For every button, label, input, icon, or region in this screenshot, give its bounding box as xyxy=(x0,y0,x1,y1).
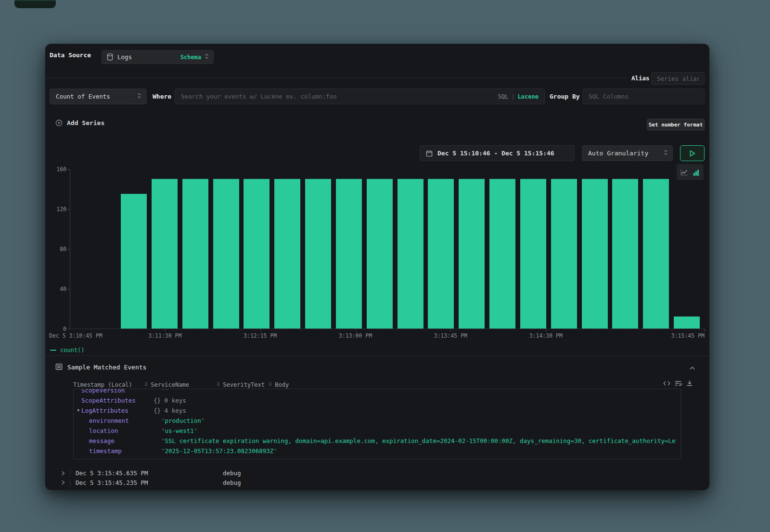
download-icon[interactable] xyxy=(686,380,693,386)
column-header-severitytext[interactable]: ⠿SeverityText xyxy=(217,381,265,388)
section-title: Sample Matched Events xyxy=(67,364,146,371)
json-key: environment xyxy=(89,416,129,426)
json-value: "SSL certificate expiration warning, dom… xyxy=(161,436,676,446)
row-separator xyxy=(70,479,70,486)
x-axis-label: 3:14:30 PM xyxy=(529,332,563,339)
set-number-format-button[interactable]: Set number format xyxy=(647,119,705,130)
toolbar-divider xyxy=(45,77,627,78)
y-tick xyxy=(67,249,70,250)
x-tick xyxy=(546,329,546,331)
y-tick xyxy=(67,169,70,170)
chevron-updown-icon xyxy=(205,53,209,61)
event-severity: debug xyxy=(223,469,241,477)
x-axis-label: 3:13:00 PM xyxy=(339,332,372,339)
expanded-event-panel: ScopeVersion""ScopeAttributes{} 0 keys▼L… xyxy=(73,389,681,459)
x-tick xyxy=(260,329,261,331)
json-tree-row: ▼LogAttributes{} 4 keys xyxy=(74,405,680,416)
wrap-text-icon[interactable] xyxy=(675,380,682,386)
add-series-button[interactable]: Add Series xyxy=(55,119,104,127)
chart-type-toggle xyxy=(677,164,704,180)
expand-row-icon[interactable] xyxy=(61,480,65,485)
x-axis-label: 3:12:15 PM xyxy=(244,332,277,339)
x-axis-label: 3:15:45 PM xyxy=(671,332,705,339)
granularity-select[interactable]: Auto Granularity xyxy=(582,145,673,161)
x-tick xyxy=(356,329,356,331)
date-range-value: Dec 5 15:10:46 - Dec 5 15:15:46 xyxy=(437,150,554,157)
group-by-label: Group By xyxy=(550,93,580,100)
json-value: "production" xyxy=(161,416,205,426)
x-axis-label: 3:13:45 PM xyxy=(434,332,467,339)
column-header-timestamp-local-[interactable]: Timestamp (Local) xyxy=(73,381,132,388)
y-axis-label: 120 xyxy=(47,206,66,213)
y-axis-label: 80 xyxy=(47,246,66,253)
y-tick xyxy=(67,329,70,329)
drag-grip-icon[interactable]: ⠿ xyxy=(217,382,220,387)
query-language-toggle[interactable]: SQL|Lucene xyxy=(498,93,544,100)
add-series-label: Add Series xyxy=(67,119,104,127)
y-axis-line xyxy=(70,169,70,329)
event-timestamp: Dec 5 3:15:45.635 PM xyxy=(76,469,218,477)
series-alias-input[interactable] xyxy=(651,72,705,85)
chart-bar xyxy=(182,179,208,329)
list-icon xyxy=(55,363,63,372)
group-by-input[interactable] xyxy=(583,89,705,104)
drag-grip-icon[interactable]: ⠿ xyxy=(144,382,148,387)
metric-select[interactable]: Count of Events xyxy=(50,89,147,104)
chart-bar xyxy=(398,179,424,329)
x-tick xyxy=(165,329,166,331)
event-json-tree: ScopeVersion""ScopeAttributes{} 0 keys▼L… xyxy=(74,389,680,456)
database-icon xyxy=(107,53,113,61)
y-axis-label: 160 xyxy=(47,166,66,173)
metric-select-value: Count of Events xyxy=(56,93,110,100)
chart-bar xyxy=(612,179,638,329)
event-row[interactable]: Dec 5 3:15:45.635 PMdebug xyxy=(45,469,709,478)
schema-link[interactable]: Schema xyxy=(180,54,201,61)
event-timestamp: Dec 5 3:15:45.235 PM xyxy=(76,479,218,486)
json-key: LogAttributes xyxy=(81,405,128,416)
run-query-button[interactable] xyxy=(680,145,705,161)
json-key: ScopeVersion xyxy=(81,389,125,395)
json-tree-row: environment"production" xyxy=(74,416,680,426)
search-input[interactable] xyxy=(175,93,498,100)
background-window-fragment xyxy=(14,0,56,8)
column-header-servicename[interactable]: ⠿ServiceName xyxy=(144,381,189,388)
date-range-picker[interactable]: Dec 5 15:10:46 - Dec 5 15:15:46 xyxy=(420,145,575,161)
y-axis-label: 0 xyxy=(47,326,66,332)
chart-bar xyxy=(213,179,239,329)
app-window: Data Source Logs Schema Alias Count of E… xyxy=(45,44,709,490)
bar-chart-icon[interactable] xyxy=(693,169,700,176)
sql-toggle[interactable]: SQL xyxy=(498,93,509,100)
row-separator xyxy=(70,470,70,477)
chart-plot xyxy=(70,169,705,329)
y-axis-label: 40 xyxy=(47,286,66,292)
collapse-section-icon[interactable] xyxy=(689,363,695,372)
section-divider xyxy=(45,355,709,356)
alias-label: Alias xyxy=(631,75,650,82)
json-tree-row: timestamp"2025-12-05T13:57:23.082306893Z… xyxy=(74,446,680,456)
chart-bar xyxy=(551,179,577,329)
chart-bar xyxy=(152,179,178,329)
data-source-value: Logs xyxy=(117,53,132,61)
line-chart-icon[interactable] xyxy=(680,169,688,176)
json-tree-row: message"SSL certificate expiration warni… xyxy=(74,436,680,446)
chart-bar xyxy=(674,317,700,329)
table-header: Timestamp (Local)⠿ServiceName⠿SeverityTe… xyxy=(45,381,709,389)
column-header-body[interactable]: ⠿Body xyxy=(269,381,289,388)
collapse-node-icon[interactable]: ▼ xyxy=(77,405,79,416)
data-source-label: Data Source xyxy=(50,51,91,59)
json-value: "" xyxy=(161,389,168,395)
drag-grip-icon[interactable]: ⠿ xyxy=(269,382,272,387)
calendar-icon xyxy=(426,150,433,157)
event-row[interactable]: Dec 5 3:15:45.235 PMdebug xyxy=(45,478,709,487)
expand-row-icon[interactable] xyxy=(61,471,65,476)
json-keys-badge: {} 4 keys xyxy=(154,405,186,416)
lucene-toggle[interactable]: Lucene xyxy=(518,93,539,100)
play-icon xyxy=(690,150,695,157)
event-severity: debug xyxy=(223,479,241,486)
json-tree-row: location"us-west1" xyxy=(74,426,680,436)
data-source-select[interactable]: Logs Schema xyxy=(102,50,214,64)
x-axis-label: Dec 5 3:10:45 PM xyxy=(49,332,103,339)
table-header-icons xyxy=(663,380,693,386)
plus-circle-icon xyxy=(55,119,63,127)
code-view-icon[interactable] xyxy=(663,380,670,386)
